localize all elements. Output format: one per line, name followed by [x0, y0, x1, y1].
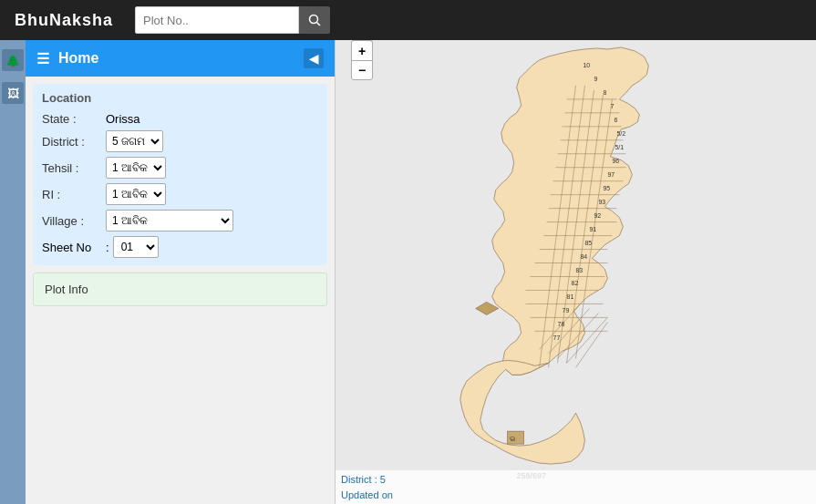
search-button[interactable] [299, 6, 330, 34]
svg-text:95: 95 [603, 185, 610, 191]
zoom-out-button[interactable]: − [351, 60, 373, 80]
navbar: BhuNaksha [0, 0, 816, 40]
ri-select[interactable]: 1 ଆବିକ [106, 183, 166, 205]
village-label: Village : [42, 214, 106, 228]
svg-text:79: 79 [563, 307, 570, 314]
svg-text:91: 91 [589, 226, 596, 232]
status-updated: Updated on [341, 488, 811, 503]
district-row: District : 5 ଜଗ‌ମ [42, 130, 318, 152]
svg-text:6: 6 [614, 117, 617, 123]
hamburger-icon[interactable]: ☰ [36, 50, 49, 67]
map-area[interactable]: .land { fill: #f5deb3; stroke: #8b7355; … [336, 40, 816, 504]
svg-marker-54 [476, 302, 499, 314]
svg-point-0 [310, 15, 318, 24]
village-select[interactable]: 1 ଆବିକ [106, 210, 233, 231]
svg-text:97: 97 [607, 171, 615, 178]
svg-text:82: 82 [572, 280, 579, 286]
tree-icon[interactable]: 🌲 [2, 49, 24, 71]
svg-text:93: 93 [598, 199, 605, 205]
svg-text:5/2: 5/2 [616, 130, 625, 137]
district-label: District : [42, 135, 106, 149]
brand-logo: BhuNaksha [15, 11, 113, 30]
map-svg: .land { fill: #f5deb3; stroke: #8b7355; … [336, 40, 816, 504]
svg-text:9: 9 [594, 76, 597, 82]
ri-row: RI : 1 ଆବିକ [42, 183, 318, 205]
svg-text:7: 7 [610, 103, 614, 109]
map-zoom-controls: + − [351, 40, 373, 80]
svg-marker-3 [460, 360, 585, 464]
svg-text:10: 10 [583, 62, 590, 68]
svg-text:8: 8 [603, 89, 606, 96]
image-icon[interactable]: 🖼 [2, 82, 24, 104]
tehsil-select[interactable]: 1 ଆବିକ [106, 157, 166, 179]
svg-text:ଭ: ଭ [510, 435, 516, 443]
location-title: Location [42, 91, 318, 105]
sheet-select[interactable]: 01 [113, 236, 159, 258]
sheet-row: Sheet No : 01 [42, 236, 318, 258]
zoom-in-button[interactable]: + [351, 40, 373, 60]
sidebar-header: ☰ Home ◀ [26, 40, 335, 77]
sidebar: + − ☰ Home ◀ Location State : Orissa Dis… [26, 40, 336, 504]
main-layout: 🌲 🖼 + − ☰ Home ◀ Location State : Orissa [0, 40, 816, 504]
svg-text:84: 84 [580, 253, 587, 260]
tehsil-row: Tehsil : 1 ଆବିକ [42, 157, 318, 179]
icon-strip: 🌲 🖼 [0, 40, 26, 504]
svg-text:92: 92 [594, 212, 601, 219]
search-input[interactable] [135, 6, 299, 34]
svg-text:96: 96 [612, 158, 619, 164]
state-label: State : [42, 112, 106, 126]
svg-text:83: 83 [576, 267, 584, 273]
state-value: Orissa [106, 112, 140, 126]
state-row: State : Orissa [42, 112, 318, 126]
svg-line-1 [317, 23, 321, 26]
search-bar [135, 6, 330, 34]
district-select[interactable]: 5 ଜଗ‌ମ [106, 130, 163, 152]
sheet-label: Sheet No [42, 241, 106, 254]
tehsil-label: Tehsil : [42, 161, 106, 175]
sidebar-collapse-button[interactable]: ◀ [304, 48, 324, 68]
svg-marker-2 [492, 47, 649, 375]
plot-info-title: Plot Info [45, 283, 315, 296]
status-bar: District : 5 Updated on [336, 470, 816, 504]
svg-text:85: 85 [584, 240, 592, 246]
ri-label: RI : [42, 188, 106, 201]
svg-text:81: 81 [567, 293, 574, 300]
location-panel: Location State : Orissa District : 5 ଜଗ‌… [33, 84, 327, 265]
plot-info-panel: Plot Info [33, 273, 327, 306]
status-district: District : 5 [341, 472, 811, 488]
sidebar-title: Home [58, 50, 98, 67]
svg-text:78: 78 [558, 321, 565, 327]
village-row: Village : 1 ଆବିକ [42, 210, 318, 231]
chevron-left-icon: ◀ [309, 52, 318, 66]
svg-text:77: 77 [553, 334, 561, 341]
sidebar-header-left: ☰ Home [36, 50, 98, 67]
svg-text:5/1: 5/1 [615, 144, 624, 150]
search-icon [308, 14, 321, 26]
